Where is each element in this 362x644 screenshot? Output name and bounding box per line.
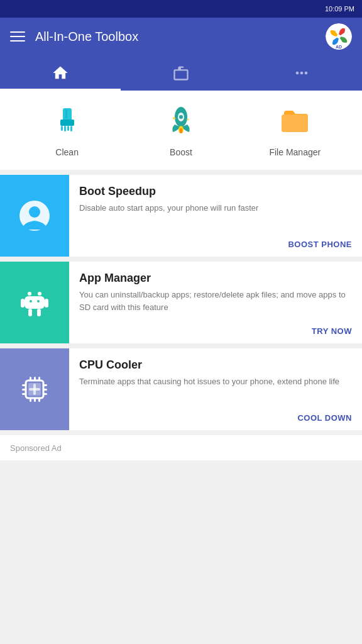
ad-icon[interactable]: AD <box>326 23 352 50</box>
boot-speedup-card-right: Boot Speedup Disable auto start apps, yo… <box>69 175 362 257</box>
cpu-cooler-card: CPU Cooler Terminate apps that causing h… <box>0 348 362 430</box>
tab-more[interactable] <box>241 55 362 91</box>
tab-bar <box>0 55 362 91</box>
app-manager-desc: You can uninstall/backup apps; restore/d… <box>79 289 352 313</box>
svg-text:AD: AD <box>336 45 342 49</box>
svg-rect-35 <box>38 398 40 402</box>
home-icon <box>52 64 69 82</box>
briefcase-icon <box>172 64 190 82</box>
tab-briefcase[interactable] <box>121 55 241 91</box>
cpu-cooler-desc: Terminate apps that causing hot issues t… <box>79 375 352 388</box>
svg-point-15 <box>173 117 175 119</box>
quick-action-file-manager[interactable]: File Manager <box>263 106 326 157</box>
svg-rect-30 <box>30 377 31 380</box>
svg-rect-21 <box>25 296 45 309</box>
svg-rect-31 <box>34 377 36 380</box>
svg-rect-6 <box>64 126 66 131</box>
svg-rect-25 <box>37 309 41 316</box>
svg-rect-24 <box>28 309 32 316</box>
toolbar: All-In-One Toolbox AD <box>0 18 362 55</box>
boost-icon <box>167 106 195 141</box>
cpu-cooler-card-left <box>0 348 69 430</box>
svg-rect-38 <box>22 393 26 395</box>
boot-speedup-card-left <box>0 175 69 257</box>
cpu-icon <box>17 372 52 407</box>
cpu-cooler-card-right: CPU Cooler Terminate apps that causing h… <box>69 348 362 430</box>
cool-down-button[interactable]: COOL DOWN <box>297 413 352 423</box>
file-manager-label: File Manager <box>269 147 321 157</box>
try-now-button[interactable]: TRY NOW <box>312 326 352 336</box>
clean-label: Clean <box>55 147 79 157</box>
svg-rect-43 <box>29 388 40 391</box>
clean-icon <box>53 106 82 141</box>
app-manager-card-right: App Manager You can uninstall/backup app… <box>69 262 362 343</box>
status-bar: 10:09 PM <box>0 0 362 18</box>
svg-point-20 <box>38 292 41 296</box>
svg-rect-34 <box>34 398 36 402</box>
svg-point-16 <box>187 119 189 121</box>
sponsored-text: Sponsored Ad <box>10 443 62 453</box>
quick-actions: Clean Boost <box>0 91 362 170</box>
svg-rect-39 <box>43 384 47 386</box>
svg-rect-5 <box>61 126 63 131</box>
app-manager-card: App Manager You can uninstall/backup app… <box>0 262 362 343</box>
boost-label: Boost <box>170 147 192 157</box>
boot-speedup-title: Boot Speedup <box>79 185 352 198</box>
svg-rect-4 <box>60 119 74 126</box>
svg-point-1 <box>337 35 341 38</box>
svg-rect-9 <box>65 109 67 118</box>
sponsored-bar: Sponsored Ad <box>0 435 362 460</box>
hamburger-menu-button[interactable] <box>10 31 25 42</box>
svg-rect-36 <box>22 384 26 386</box>
tab-home[interactable] <box>0 55 121 91</box>
svg-point-12 <box>179 115 183 119</box>
status-bar-time: 10:09 PM <box>325 5 354 13</box>
boot-speedup-card: Boot Speedup Disable auto start apps, yo… <box>0 175 362 257</box>
svg-point-19 <box>28 292 31 296</box>
status-bar-icons: 10:09 PM <box>325 5 354 13</box>
file-manager-icon <box>280 106 309 141</box>
boot-speedup-desc: Disable auto start apps, your phone will… <box>79 202 352 214</box>
toolbar-title: All-In-One Toolbox <box>35 30 138 44</box>
app-manager-card-left <box>0 262 69 343</box>
svg-rect-33 <box>30 398 31 402</box>
svg-rect-22 <box>21 299 25 308</box>
cpu-cooler-title: CPU Cooler <box>79 358 352 372</box>
svg-point-27 <box>37 300 40 303</box>
svg-rect-37 <box>22 389 26 391</box>
svg-rect-32 <box>38 377 40 380</box>
svg-rect-8 <box>70 126 72 131</box>
toolbar-left: All-In-One Toolbox <box>10 30 138 44</box>
boost-phone-button[interactable]: BOOST PHONE <box>288 240 352 249</box>
svg-rect-40 <box>43 389 47 391</box>
app-manager-title: App Manager <box>79 272 352 285</box>
svg-point-18 <box>29 206 40 218</box>
android-icon <box>17 285 52 320</box>
quick-action-boost[interactable]: Boost <box>150 106 212 157</box>
svg-rect-7 <box>67 126 69 131</box>
cards-container: Boot Speedup Disable auto start apps, yo… <box>0 175 362 430</box>
person-circle-icon <box>17 198 52 233</box>
svg-point-14 <box>179 128 182 133</box>
svg-rect-23 <box>45 299 48 308</box>
more-icon <box>293 64 310 82</box>
svg-point-26 <box>30 300 32 303</box>
quick-action-clean[interactable]: Clean <box>36 106 99 157</box>
svg-rect-41 <box>43 393 47 395</box>
